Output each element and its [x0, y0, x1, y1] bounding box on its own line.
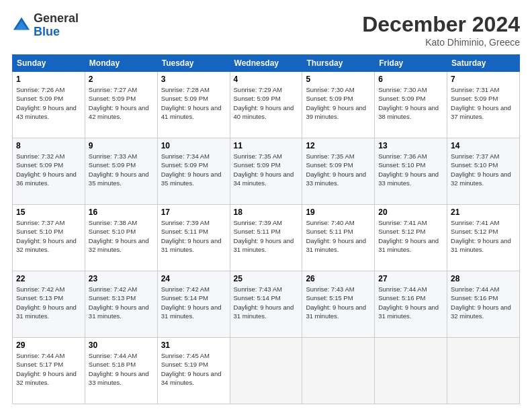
calendar-week-row: 1 Sunrise: 7:26 AMSunset: 5:09 PMDayligh… — [13, 72, 520, 138]
table-row: 23 Sunrise: 7:42 AMSunset: 5:13 PMDaylig… — [85, 271, 157, 338]
day-info: Sunrise: 7:32 AMSunset: 5:09 PMDaylight:… — [16, 152, 81, 187]
day-info: Sunrise: 7:30 AMSunset: 5:09 PMDaylight:… — [306, 85, 371, 121]
day-number: 17 — [161, 208, 226, 217]
title-block: December 2024 Kato Dhiminio, Greece — [362, 12, 520, 48]
day-number: 16 — [89, 208, 154, 217]
location: Kato Dhiminio, Greece — [362, 37, 520, 48]
day-number: 28 — [451, 274, 516, 283]
day-info: Sunrise: 7:31 AMSunset: 5:09 PMDaylight:… — [451, 85, 516, 121]
day-info: Sunrise: 7:34 AMSunset: 5:09 PMDaylight:… — [161, 152, 226, 187]
day-info: Sunrise: 7:35 AMSunset: 5:09 PMDaylight:… — [306, 152, 371, 187]
day-info: Sunrise: 7:43 AMSunset: 5:14 PMDaylight:… — [234, 285, 299, 320]
logo-blue: Blue — [34, 26, 79, 39]
logo-general: General — [34, 12, 79, 26]
day-info: Sunrise: 7:29 AMSunset: 5:09 PMDaylight:… — [234, 85, 299, 121]
table-row: 3 Sunrise: 7:28 AMSunset: 5:09 PMDayligh… — [157, 72, 230, 138]
day-info: Sunrise: 7:36 AMSunset: 5:10 PMDaylight:… — [378, 152, 443, 187]
day-number: 26 — [306, 274, 371, 283]
month-year: December 2024 — [362, 12, 520, 37]
day-number: 21 — [451, 208, 516, 217]
day-info: Sunrise: 7:41 AMSunset: 5:12 PMDaylight:… — [451, 218, 516, 254]
table-row — [375, 338, 447, 404]
table-row: 26 Sunrise: 7:43 AMSunset: 5:15 PMDaylig… — [302, 271, 375, 338]
day-number: 6 — [378, 75, 443, 84]
calendar-header-row: Sunday Monday Tuesday Wednesday Thursday… — [13, 55, 520, 72]
table-row: 6 Sunrise: 7:30 AMSunset: 5:09 PMDayligh… — [375, 72, 447, 138]
day-info: Sunrise: 7:44 AMSunset: 5:16 PMDaylight:… — [451, 285, 516, 320]
day-info: Sunrise: 7:37 AMSunset: 5:10 PMDaylight:… — [16, 218, 81, 254]
col-saturday: Saturday — [447, 55, 520, 72]
table-row: 24 Sunrise: 7:42 AMSunset: 5:14 PMDaylig… — [157, 271, 230, 338]
table-row: 15 Sunrise: 7:37 AMSunset: 5:10 PMDaylig… — [13, 205, 85, 271]
day-info: Sunrise: 7:42 AMSunset: 5:13 PMDaylight:… — [89, 285, 154, 320]
day-info: Sunrise: 7:41 AMSunset: 5:12 PMDaylight:… — [378, 218, 443, 254]
table-row — [302, 338, 375, 404]
table-row: 22 Sunrise: 7:42 AMSunset: 5:13 PMDaylig… — [13, 271, 85, 338]
day-info: Sunrise: 7:44 AMSunset: 5:16 PMDaylight:… — [378, 285, 443, 320]
day-number: 18 — [234, 208, 299, 217]
day-number: 14 — [451, 141, 516, 150]
logo: General Blue — [12, 12, 79, 39]
table-row: 9 Sunrise: 7:33 AMSunset: 5:09 PMDayligh… — [85, 138, 157, 205]
day-info: Sunrise: 7:44 AMSunset: 5:18 PMDaylight:… — [89, 351, 154, 387]
table-row: 27 Sunrise: 7:44 AMSunset: 5:16 PMDaylig… — [375, 271, 447, 338]
table-row: 16 Sunrise: 7:38 AMSunset: 5:10 PMDaylig… — [85, 205, 157, 271]
day-number: 13 — [378, 141, 443, 150]
table-row: 21 Sunrise: 7:41 AMSunset: 5:12 PMDaylig… — [447, 205, 520, 271]
calendar-table: Sunday Monday Tuesday Wednesday Thursday… — [12, 54, 520, 404]
col-thursday: Thursday — [302, 55, 375, 72]
table-row — [447, 338, 520, 404]
col-tuesday: Tuesday — [157, 55, 230, 72]
day-info: Sunrise: 7:43 AMSunset: 5:15 PMDaylight:… — [306, 285, 371, 320]
day-info: Sunrise: 7:39 AMSunset: 5:11 PMDaylight:… — [234, 218, 299, 254]
day-number: 7 — [451, 75, 516, 84]
calendar-week-row: 29 Sunrise: 7:44 AMSunset: 5:17 PMDaylig… — [13, 338, 520, 404]
table-row: 4 Sunrise: 7:29 AMSunset: 5:09 PMDayligh… — [230, 72, 302, 138]
table-row: 1 Sunrise: 7:26 AMSunset: 5:09 PMDayligh… — [13, 72, 85, 138]
day-number: 10 — [161, 141, 226, 150]
table-row: 25 Sunrise: 7:43 AMSunset: 5:14 PMDaylig… — [230, 271, 302, 338]
day-number: 5 — [306, 75, 371, 84]
day-number: 25 — [234, 274, 299, 283]
logo-icon — [12, 16, 31, 35]
day-info: Sunrise: 7:26 AMSunset: 5:09 PMDaylight:… — [16, 85, 81, 121]
day-number: 3 — [161, 75, 226, 84]
day-info: Sunrise: 7:44 AMSunset: 5:17 PMDaylight:… — [16, 351, 81, 387]
day-number: 24 — [161, 274, 226, 283]
calendar-week-row: 15 Sunrise: 7:37 AMSunset: 5:10 PMDaylig… — [13, 205, 520, 271]
table-row: 7 Sunrise: 7:31 AMSunset: 5:09 PMDayligh… — [447, 72, 520, 138]
day-info: Sunrise: 7:27 AMSunset: 5:09 PMDaylight:… — [89, 85, 154, 121]
col-wednesday: Wednesday — [230, 55, 302, 72]
day-number: 29 — [16, 340, 81, 350]
page: General Blue December 2024 Kato Dhiminio… — [0, 0, 532, 411]
day-number: 2 — [89, 75, 154, 84]
day-number: 22 — [16, 274, 81, 283]
col-sunday: Sunday — [13, 55, 85, 72]
day-number: 30 — [89, 340, 154, 350]
table-row: 28 Sunrise: 7:44 AMSunset: 5:16 PMDaylig… — [447, 271, 520, 338]
table-row: 18 Sunrise: 7:39 AMSunset: 5:11 PMDaylig… — [230, 205, 302, 271]
logo-text: General Blue — [34, 12, 79, 39]
header: General Blue December 2024 Kato Dhiminio… — [12, 12, 520, 48]
day-number: 23 — [89, 274, 154, 283]
table-row — [230, 338, 302, 404]
table-row: 12 Sunrise: 7:35 AMSunset: 5:09 PMDaylig… — [302, 138, 375, 205]
day-info: Sunrise: 7:33 AMSunset: 5:09 PMDaylight:… — [89, 152, 154, 187]
table-row: 30 Sunrise: 7:44 AMSunset: 5:18 PMDaylig… — [85, 338, 157, 404]
table-row: 5 Sunrise: 7:30 AMSunset: 5:09 PMDayligh… — [302, 72, 375, 138]
table-row: 13 Sunrise: 7:36 AMSunset: 5:10 PMDaylig… — [375, 138, 447, 205]
table-row: 14 Sunrise: 7:37 AMSunset: 5:10 PMDaylig… — [447, 138, 520, 205]
day-info: Sunrise: 7:45 AMSunset: 5:19 PMDaylight:… — [161, 351, 226, 387]
calendar-week-row: 22 Sunrise: 7:42 AMSunset: 5:13 PMDaylig… — [13, 271, 520, 338]
day-info: Sunrise: 7:42 AMSunset: 5:13 PMDaylight:… — [16, 285, 81, 320]
table-row: 29 Sunrise: 7:44 AMSunset: 5:17 PMDaylig… — [13, 338, 85, 404]
day-number: 9 — [89, 141, 154, 150]
day-info: Sunrise: 7:42 AMSunset: 5:14 PMDaylight:… — [161, 285, 226, 320]
day-number: 12 — [306, 141, 371, 150]
day-info: Sunrise: 7:39 AMSunset: 5:11 PMDaylight:… — [161, 218, 226, 254]
day-info: Sunrise: 7:38 AMSunset: 5:10 PMDaylight:… — [89, 218, 154, 254]
table-row: 17 Sunrise: 7:39 AMSunset: 5:11 PMDaylig… — [157, 205, 230, 271]
day-info: Sunrise: 7:30 AMSunset: 5:09 PMDaylight:… — [378, 85, 443, 121]
table-row: 2 Sunrise: 7:27 AMSunset: 5:09 PMDayligh… — [85, 72, 157, 138]
day-number: 11 — [234, 141, 299, 150]
